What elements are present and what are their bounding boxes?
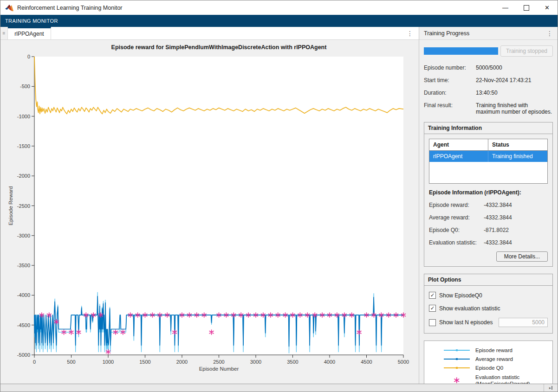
panel-header: Training Progress ⋮	[419, 27, 558, 40]
final-result-value: Training finished with maximum number of…	[476, 102, 552, 115]
n-episodes-input[interactable]	[499, 318, 548, 327]
svg-text:-4500: -4500	[17, 322, 30, 328]
progress-fields: Episode number: 5000/5000 Start time: 22…	[424, 64, 553, 115]
close-button[interactable]: ✕	[537, 0, 558, 15]
checkbox-label: Show EpisodeQ0	[439, 292, 482, 299]
field-label: Evaluation statistic:	[429, 239, 484, 246]
svg-text:3500: 3500	[287, 359, 298, 365]
group-title: Training Information	[424, 122, 552, 134]
legend-label: Episode Q0	[475, 365, 503, 371]
svg-text:500: 500	[67, 359, 75, 365]
svg-text:-3500: -3500	[17, 263, 30, 268]
agent-column-header: Agent	[429, 139, 488, 150]
svg-text:1000: 1000	[103, 359, 114, 365]
tab-overflow-button[interactable]: ≡	[0, 27, 8, 39]
legend-label: Average reward	[475, 356, 513, 362]
svg-text:Episode Reward: Episode Reward	[8, 186, 13, 225]
svg-text:2500: 2500	[213, 359, 224, 365]
field-label: Episode reward:	[429, 202, 484, 208]
field-label: Episode number:	[424, 64, 476, 71]
svg-text:5000: 5000	[398, 359, 409, 365]
episode-information-title: Episode Information (rlPPOAgent):	[429, 189, 548, 196]
average-reward-value: -4332.3844	[484, 214, 548, 221]
evaluation-statistic-asterisk-icon: ∗	[444, 374, 470, 384]
panel-menu-button[interactable]: ⋮	[546, 31, 553, 36]
panel-body: Training stopped Episode number: 5000/50…	[419, 40, 558, 384]
legend-label: Episode reward	[475, 347, 513, 353]
svg-text:Episode Number: Episode Number	[199, 366, 239, 372]
maximize-button[interactable]	[516, 0, 537, 15]
expand-panel-button[interactable]: ▸	[544, 384, 558, 392]
start-time-value: 22-Nov-2024 17:43:21	[476, 77, 553, 84]
svg-text:-2500: -2500	[17, 203, 30, 209]
svg-text:4500: 4500	[361, 359, 372, 365]
group-title: Plot Options	[424, 274, 552, 286]
episode-reward-legend-line	[444, 348, 470, 352]
plot-options-group: Plot Options ✓ Show EpisodeQ0 ✓ Show eva…	[424, 274, 553, 334]
evaluation-statistic-value: -4332.3844	[484, 239, 548, 246]
window-controls: — ✕	[495, 0, 558, 15]
more-details-button[interactable]: More Details...	[496, 251, 548, 262]
document-tab-bar: ≡ rlPPOAgent ⋮	[0, 27, 419, 40]
average-reward-legend-line	[444, 357, 470, 361]
show-episodeq0-checkbox[interactable]: ✓	[429, 292, 436, 299]
titlebar: Reinforcement Learning Training Monitor …	[0, 0, 558, 15]
show-evaluation-statistic-checkbox[interactable]: ✓	[429, 305, 436, 312]
svg-text:Episode reward for SimplePendl: Episode reward for SimplePendlumWithImag…	[111, 44, 327, 51]
chart-legend: Episode reward Average reward Episode Q0	[424, 341, 553, 384]
svg-text:1500: 1500	[139, 359, 150, 365]
episode-number-value: 5000/5000	[476, 64, 553, 71]
training-stopped-button[interactable]: Training stopped	[500, 45, 553, 57]
panel-title: Training Progress	[424, 30, 469, 37]
training-progress-bar	[424, 47, 498, 55]
horizontal-scrollbar[interactable]: ▸	[0, 384, 558, 392]
field-label: Final result:	[424, 102, 476, 115]
checkbox-label: Show last N episodes	[439, 319, 493, 326]
svg-text:4000: 4000	[324, 359, 335, 365]
app-window: Reinforcement Learning Training Monitor …	[0, 0, 558, 392]
svg-text:-1000: -1000	[17, 114, 30, 119]
agent-name-cell: rlPPOAgent	[429, 151, 488, 162]
progress-fill	[424, 47, 498, 55]
maximize-icon	[524, 5, 529, 11]
training-progress-panel: Training Progress ⋮ Training stopped Epi…	[419, 27, 558, 384]
svg-text:0: 0	[27, 54, 30, 59]
expand-panel-icon: ▸	[549, 386, 552, 390]
agent-status-table: Agent Status rlPPOAgent Training finishe…	[429, 139, 548, 184]
field-label: Duration:	[424, 90, 476, 96]
table-empty-area	[429, 162, 547, 183]
field-label: Average reward:	[429, 214, 484, 221]
ribbon-tab-training-monitor[interactable]: TRAINING MONITOR	[0, 15, 558, 27]
svg-text:-3000: -3000	[17, 233, 30, 238]
field-label: Start time:	[424, 77, 476, 84]
window-title: Reinforcement Learning Training Monitor	[17, 5, 123, 11]
svg-text:-4000: -4000	[17, 292, 30, 298]
legend-label: Evaluation statistic (MeanEpisodeReward)	[475, 374, 530, 384]
agent-status-cell: Training finished	[488, 151, 547, 162]
checkbox-label: Show evaluation statistic	[439, 305, 500, 312]
episode-information-fields: Episode reward: -4332.3844 Average rewar…	[429, 202, 548, 246]
show-last-n-episodes-checkbox[interactable]	[429, 319, 436, 326]
episode-q0-legend-line	[444, 366, 470, 370]
svg-text:-500: -500	[20, 84, 30, 89]
svg-text:-5000: -5000	[17, 352, 30, 358]
duration-value: 13:40:50	[476, 90, 553, 96]
status-column-header: Status	[488, 139, 547, 150]
figure-menu-button[interactable]: ⋮	[407, 31, 413, 36]
svg-text:2000: 2000	[176, 359, 188, 365]
chart-canvas[interactable]: 0-500-1000-1500-2000-2500-3000-3500-4000…	[0, 40, 419, 385]
table-row[interactable]: rlPPOAgent Training finished	[429, 151, 547, 162]
training-information-group: Training Information Agent Status rlPPOA…	[424, 122, 553, 267]
matlab-logo-icon	[5, 4, 13, 12]
minimize-button[interactable]: —	[495, 0, 516, 15]
svg-text:-1500: -1500	[17, 143, 30, 149]
tab-rlppoagent[interactable]: rlPPOAgent	[8, 27, 51, 39]
svg-text:-2000: -2000	[17, 173, 30, 179]
episode-q0-value: -871.8022	[484, 227, 548, 233]
svg-text:3000: 3000	[250, 359, 261, 365]
field-label: Episode Q0:	[429, 227, 484, 233]
table-header-row: Agent Status	[429, 139, 547, 151]
svg-text:0: 0	[33, 359, 36, 365]
episode-reward-value: -4332.3844	[484, 202, 548, 208]
training-chart[interactable]: 0-500-1000-1500-2000-2500-3000-3500-4000…	[0, 40, 419, 385]
